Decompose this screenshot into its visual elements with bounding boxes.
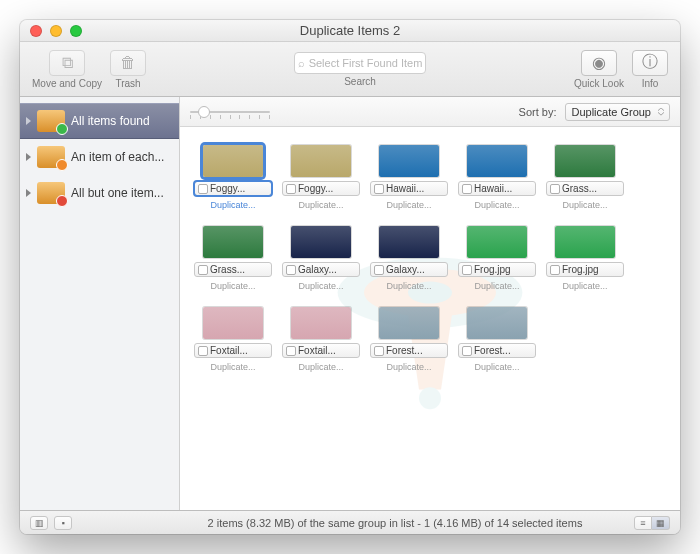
thumbnail[interactable] — [379, 226, 439, 258]
status-bar: ▥ ▪ 2 items (8.32 MB) of the same group … — [20, 510, 680, 534]
item-name-box[interactable]: Frog.jpg — [546, 262, 624, 277]
item-sub: Duplicate... — [562, 200, 607, 210]
view-toggle[interactable]: ≡ ▦ — [634, 516, 670, 530]
checkbox[interactable] — [286, 346, 296, 356]
grid-item[interactable]: Hawaii...Duplicate... — [370, 145, 448, 210]
checkbox[interactable] — [462, 184, 472, 194]
toolbar: ⧉ Move and Copy 🗑 Trash ⌕ Select First F… — [20, 42, 680, 97]
grid-view-icon[interactable]: ▦ — [652, 516, 670, 530]
grid-item[interactable]: Frog.jpgDuplicate... — [546, 226, 624, 291]
item-name-box[interactable]: Hawaii... — [458, 181, 536, 196]
move-copy-button[interactable]: ⧉ Move and Copy — [32, 50, 102, 89]
grid-item[interactable]: Foxtail...Duplicate... — [194, 307, 272, 372]
main-pane: Sort by: Duplicate Group Foggy...Duplica… — [180, 97, 680, 510]
thumbnail-size-slider[interactable] — [190, 107, 270, 117]
thumbnail[interactable] — [203, 145, 263, 177]
grid-item[interactable]: Grass...Duplicate... — [546, 145, 624, 210]
item-name-box[interactable]: Foxtail... — [282, 343, 360, 358]
thumbnail[interactable] — [291, 145, 351, 177]
grid-item[interactable]: Foggy...Duplicate... — [194, 145, 272, 210]
checkbox[interactable] — [550, 184, 560, 194]
item-name: Galaxy... — [298, 264, 337, 275]
checkbox[interactable] — [198, 346, 208, 356]
checkbox[interactable] — [198, 184, 208, 194]
thumbnail[interactable] — [467, 145, 527, 177]
item-sub: Duplicate... — [210, 200, 255, 210]
list-view-icon[interactable]: ≡ — [634, 516, 652, 530]
item-name: Galaxy... — [386, 264, 425, 275]
sidebar-item-each[interactable]: An item of each... — [20, 139, 179, 175]
thumbnail[interactable] — [379, 307, 439, 339]
item-name: Foggy... — [298, 183, 333, 194]
grid-item[interactable]: Galaxy...Duplicate... — [282, 226, 360, 291]
item-name-box[interactable]: Foxtail... — [194, 343, 272, 358]
grid-item[interactable]: Foxtail...Duplicate... — [282, 307, 360, 372]
thumbnail[interactable] — [555, 145, 615, 177]
close-button[interactable] — [30, 25, 42, 37]
quicklook-button[interactable]: ◉ Quick Look — [574, 50, 624, 89]
item-name: Frog.jpg — [474, 264, 511, 275]
sort-select[interactable]: Duplicate Group — [565, 103, 671, 121]
item-name-box[interactable]: Foggy... — [194, 181, 272, 196]
item-name-box[interactable]: Grass... — [546, 181, 624, 196]
checkbox[interactable] — [286, 184, 296, 194]
thumbnail[interactable] — [291, 307, 351, 339]
thumbnail[interactable] — [467, 307, 527, 339]
item-sub: Duplicate... — [474, 362, 519, 372]
grid-item[interactable]: Forest...Duplicate... — [458, 307, 536, 372]
sidebar-item-allbutone[interactable]: All but one item... — [20, 175, 179, 211]
item-name-box[interactable]: Frog.jpg — [458, 262, 536, 277]
zoom-button[interactable] — [70, 25, 82, 37]
trash-button[interactable]: 🗑 Trash — [110, 50, 146, 89]
checkbox[interactable] — [286, 265, 296, 275]
grid-item[interactable]: Grass...Duplicate... — [194, 226, 272, 291]
checkbox[interactable] — [198, 265, 208, 275]
body: All items found An item of each... All b… — [20, 97, 680, 510]
thumbnail[interactable] — [203, 307, 263, 339]
thumbnail[interactable] — [555, 226, 615, 258]
status-text: 2 items (8.32 MB) of the same group in l… — [180, 517, 610, 529]
item-name: Grass... — [210, 264, 245, 275]
checkbox[interactable] — [462, 346, 472, 356]
item-name: Hawaii... — [386, 183, 424, 194]
item-name: Foggy... — [210, 183, 245, 194]
box-icon — [37, 182, 65, 204]
checkbox[interactable] — [550, 265, 560, 275]
item-name-box[interactable]: Galaxy... — [370, 262, 448, 277]
item-sub: Duplicate... — [386, 362, 431, 372]
checkbox[interactable] — [462, 265, 472, 275]
trash-icon: 🗑 — [120, 54, 136, 72]
checkbox[interactable] — [374, 184, 384, 194]
status-icon-trash[interactable]: ▪ — [54, 516, 72, 530]
item-name-box[interactable]: Forest... — [458, 343, 536, 358]
thumbnail[interactable] — [291, 226, 351, 258]
thumbnail[interactable] — [467, 226, 527, 258]
item-sub: Duplicate... — [298, 362, 343, 372]
thumbnail[interactable] — [203, 226, 263, 258]
grid-item[interactable]: Foggy...Duplicate... — [282, 145, 360, 210]
item-name-box[interactable]: Grass... — [194, 262, 272, 277]
info-button[interactable]: ⓘ Info — [632, 50, 668, 89]
checkbox[interactable] — [374, 265, 384, 275]
grid-item[interactable]: Frog.jpgDuplicate... — [458, 226, 536, 291]
minimize-button[interactable] — [50, 25, 62, 37]
grid-item[interactable]: Hawaii...Duplicate... — [458, 145, 536, 210]
search-input[interactable]: ⌕ Select First Found Item — [294, 52, 426, 74]
disclosure-icon — [26, 153, 31, 161]
window-title: Duplicate Items 2 — [20, 23, 680, 38]
item-sub: Duplicate... — [210, 362, 255, 372]
item-name: Grass... — [562, 183, 597, 194]
item-name-box[interactable]: Galaxy... — [282, 262, 360, 277]
item-name-box[interactable]: Hawaii... — [370, 181, 448, 196]
grid-item[interactable]: Galaxy...Duplicate... — [370, 226, 448, 291]
item-name-box[interactable]: Foggy... — [282, 181, 360, 196]
sidebar-item-all[interactable]: All items found — [20, 103, 179, 139]
status-icon-columns[interactable]: ▥ — [30, 516, 48, 530]
item-grid[interactable]: Foggy...Duplicate...Foggy...Duplicate...… — [180, 127, 680, 510]
titlebar[interactable]: Duplicate Items 2 — [20, 20, 680, 42]
item-name-box[interactable]: Forest... — [370, 343, 448, 358]
item-sub: Duplicate... — [298, 200, 343, 210]
grid-item[interactable]: Forest...Duplicate... — [370, 307, 448, 372]
checkbox[interactable] — [374, 346, 384, 356]
thumbnail[interactable] — [379, 145, 439, 177]
